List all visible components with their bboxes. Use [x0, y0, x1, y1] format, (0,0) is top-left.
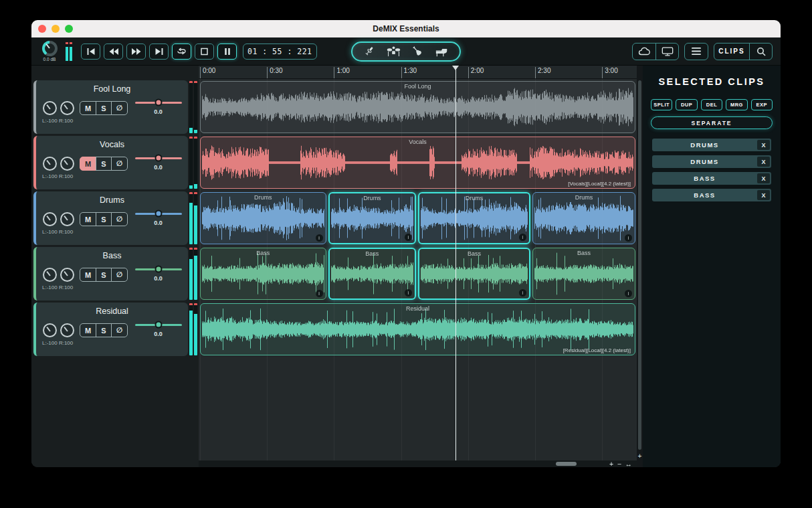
remove-clip-button[interactable]: X: [757, 157, 770, 167]
pan-knob[interactable]: [60, 268, 74, 282]
clip-info-badge[interactable]: i: [316, 290, 323, 297]
audio-clip[interactable]: Drums i: [418, 192, 530, 244]
clip-action-split-button[interactable]: SPLIT: [651, 99, 672, 110]
solo-button[interactable]: S: [96, 323, 112, 337]
stop-button[interactable]: [195, 44, 214, 60]
clip-action-dup-button[interactable]: DUP: [676, 99, 697, 110]
display-button[interactable]: [655, 44, 678, 60]
audio-clip[interactable]: Bass i: [328, 248, 416, 300]
gain-knob[interactable]: [43, 323, 57, 337]
pan-knob[interactable]: [60, 323, 74, 337]
mute-button[interactable]: M: [80, 101, 96, 115]
audio-clip[interactable]: Vocals [Vocals][Local][4.2 (latest)]: [200, 137, 635, 189]
vocals-mic-icon[interactable]: [363, 45, 376, 58]
volume-slider-thumb[interactable]: [155, 210, 162, 218]
clip-action-del-button[interactable]: DEL: [701, 99, 722, 110]
gain-knob[interactable]: [43, 157, 57, 171]
remove-clip-button[interactable]: X: [757, 140, 770, 150]
pan-knob[interactable]: [60, 212, 74, 226]
track-header-panel[interactable]: Residual M S ∅ 0.0 L:-100 R:100: [33, 303, 188, 356]
time-display[interactable]: 01 : 55 : 221: [243, 44, 317, 60]
volume-slider-thumb[interactable]: [155, 321, 162, 329]
clip-action-exp-button[interactable]: EXP: [751, 99, 773, 110]
drums-icon[interactable]: [386, 45, 401, 58]
solo-button[interactable]: S: [96, 157, 112, 171]
selected-clip-item[interactable]: DRUMSX: [652, 155, 771, 168]
track-header-panel[interactable]: Vocals M S ∅ 0.0 L:-100 R:100: [33, 136, 188, 189]
clip-info-badge[interactable]: i: [519, 234, 526, 241]
clip-info-badge[interactable]: i: [316, 234, 323, 242]
clip-info-badge[interactable]: i: [519, 289, 526, 297]
timeline-ruler[interactable]: 0:000:301:001:302:002:303:00: [199, 66, 637, 79]
mute-button[interactable]: M: [80, 323, 96, 337]
mute-button[interactable]: M: [80, 212, 96, 226]
pause-button[interactable]: [217, 44, 237, 60]
solo-button[interactable]: S: [96, 212, 112, 226]
separate-button[interactable]: SEPARATE: [651, 116, 773, 129]
audio-clip[interactable]: Bass i: [200, 248, 326, 300]
audio-clip[interactable]: Drums i: [532, 192, 635, 244]
audio-clip[interactable]: Fool Long: [200, 81, 635, 133]
zoom-fit-button[interactable]: ↔: [625, 460, 633, 467]
timeline-body[interactable]: Fool Long Vocals [Vocals][Local][4.2 (la…: [199, 79, 637, 467]
track-header-panel[interactable]: Bass M S ∅ 0.0 L:-100 R:100: [33, 247, 188, 301]
audio-clip[interactable]: Drums i: [328, 192, 416, 244]
volume-slider[interactable]: [135, 324, 182, 326]
track-header-panel[interactable]: Fool Long M S ∅ 0.0 L:-100 R:100: [33, 80, 188, 134]
clip-info-badge[interactable]: i: [405, 289, 412, 297]
audio-clip[interactable]: Bass i: [418, 248, 530, 300]
zoom-in-button[interactable]: +: [609, 460, 613, 467]
hscroll-track[interactable]: [199, 460, 605, 467]
track-header-panel[interactable]: Drums M S ∅ 0.0 L:-100 R:100: [33, 191, 188, 245]
volume-slider[interactable]: [135, 102, 182, 104]
volume-slider-thumb[interactable]: [155, 266, 162, 273]
selected-clip-item[interactable]: DRUMSX: [652, 139, 771, 151]
search-button[interactable]: [749, 44, 772, 60]
gain-knob[interactable]: [43, 212, 57, 226]
volume-slider[interactable]: [135, 268, 182, 270]
phase-button[interactable]: ∅: [111, 268, 128, 282]
volume-slider-thumb[interactable]: [155, 155, 162, 162]
volume-slider[interactable]: [135, 157, 182, 159]
vertical-zoom-in-button[interactable]: +: [637, 452, 643, 460]
pan-knob[interactable]: [60, 101, 74, 115]
hscroll-thumb[interactable]: [556, 462, 576, 466]
skip-start-button[interactable]: [81, 44, 100, 60]
vscroll-thumb[interactable]: [638, 80, 641, 450]
rewind-button[interactable]: [104, 44, 123, 60]
cloud-button[interactable]: [633, 44, 655, 60]
audio-clip[interactable]: Bass i: [532, 248, 635, 300]
phase-button[interactable]: ∅: [111, 101, 128, 115]
gain-knob[interactable]: [43, 268, 57, 282]
mute-button[interactable]: M: [80, 157, 96, 171]
clips-button[interactable]: CLIPS: [714, 44, 749, 60]
volume-slider-thumb[interactable]: [155, 99, 162, 106]
volume-slider[interactable]: [135, 213, 182, 215]
phase-button[interactable]: ∅: [111, 157, 128, 171]
close-window-button[interactable]: [38, 25, 46, 33]
audio-clip[interactable]: Drums i: [200, 192, 326, 244]
clip-info-badge[interactable]: i: [405, 234, 412, 241]
mute-button[interactable]: M: [80, 268, 96, 282]
clip-action-mrg-button[interactable]: MRG: [726, 99, 747, 110]
selected-clip-item[interactable]: BASSX: [652, 189, 771, 201]
selected-clip-item[interactable]: BASSX: [652, 172, 771, 185]
audio-clip[interactable]: Residual [Residual][Local][4.2 (latest)]: [200, 303, 635, 355]
playhead[interactable]: [455, 66, 456, 460]
gain-knob[interactable]: [43, 101, 57, 115]
remove-clip-button[interactable]: X: [757, 173, 770, 183]
menu-button[interactable]: [685, 44, 708, 60]
clip-info-badge[interactable]: i: [625, 234, 632, 242]
fullscreen-window-button[interactable]: [65, 25, 73, 33]
master-gain-knob[interactable]: [42, 41, 58, 56]
zoom-out-button[interactable]: −: [617, 460, 621, 467]
piano-icon[interactable]: [434, 45, 449, 58]
fast-forward-button[interactable]: [126, 44, 146, 60]
solo-button[interactable]: S: [96, 268, 112, 282]
phase-button[interactable]: ∅: [111, 212, 128, 226]
guitar-icon[interactable]: [411, 45, 424, 58]
minimize-window-button[interactable]: [52, 25, 60, 33]
clip-info-badge[interactable]: i: [625, 290, 632, 297]
phase-button[interactable]: ∅: [111, 323, 128, 337]
skip-end-button[interactable]: [149, 44, 169, 60]
